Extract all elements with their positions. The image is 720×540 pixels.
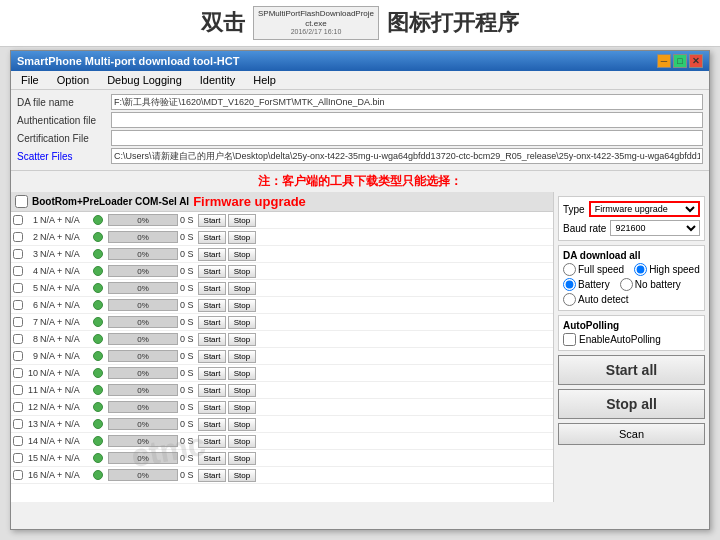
port-stop-button-6[interactable]: Stop bbox=[228, 299, 256, 312]
port-time-7: 0 S bbox=[180, 317, 198, 327]
port-stop-button-7[interactable]: Stop bbox=[228, 316, 256, 329]
battery-radio-item: Battery bbox=[563, 278, 610, 291]
port-time-6: 0 S bbox=[180, 300, 198, 310]
port-start-button-9[interactable]: Start bbox=[198, 350, 226, 363]
minimize-button[interactable]: ─ bbox=[657, 54, 671, 68]
port-stop-button-12[interactable]: Stop bbox=[228, 401, 256, 414]
port-start-button-3[interactable]: Start bbox=[198, 248, 226, 261]
port-checkbox-12[interactable] bbox=[13, 402, 23, 412]
menu-identity[interactable]: Identity bbox=[196, 73, 239, 87]
port-checkbox-6[interactable] bbox=[13, 300, 23, 310]
port-stop-button-4[interactable]: Stop bbox=[228, 265, 256, 278]
port-stop-button-16[interactable]: Stop bbox=[228, 469, 256, 482]
port-time-10: 0 S bbox=[180, 368, 198, 378]
cert-file-input[interactable] bbox=[111, 130, 703, 146]
port-led-9 bbox=[93, 351, 103, 361]
port-led-13 bbox=[93, 419, 103, 429]
menu-debug-logging[interactable]: Debug Logging bbox=[103, 73, 186, 87]
port-checkbox-3[interactable] bbox=[13, 249, 23, 259]
port-start-button-14[interactable]: Start bbox=[198, 435, 226, 448]
port-stop-button-14[interactable]: Stop bbox=[228, 435, 256, 448]
port-checkbox-10[interactable] bbox=[13, 368, 23, 378]
port-stop-button-13[interactable]: Stop bbox=[228, 418, 256, 431]
port-checkbox-1[interactable] bbox=[13, 215, 23, 225]
port-time-8: 0 S bbox=[180, 334, 198, 344]
close-button[interactable]: ✕ bbox=[689, 54, 703, 68]
port-checkbox-15[interactable] bbox=[13, 453, 23, 463]
port-start-button-8[interactable]: Start bbox=[198, 333, 226, 346]
port-stop-button-15[interactable]: Stop bbox=[228, 452, 256, 465]
port-stop-button-8[interactable]: Stop bbox=[228, 333, 256, 346]
baud-label: Baud rate bbox=[563, 223, 606, 234]
da-file-label: DA file name bbox=[17, 97, 107, 108]
port-stop-button-1[interactable]: Stop bbox=[228, 214, 256, 227]
scan-button[interactable]: Scan bbox=[558, 423, 705, 445]
auth-file-label: Authentication file bbox=[17, 115, 107, 126]
port-checkbox-4[interactable] bbox=[13, 266, 23, 276]
port-stop-button-3[interactable]: Stop bbox=[228, 248, 256, 261]
port-progress-14: 0% bbox=[108, 435, 178, 447]
port-start-button-13[interactable]: Start bbox=[198, 418, 226, 431]
start-all-button[interactable]: Start all bbox=[558, 355, 705, 385]
port-name-1: N/A + N/A bbox=[38, 215, 90, 225]
port-led-6 bbox=[93, 300, 103, 310]
port-start-button-4[interactable]: Start bbox=[198, 265, 226, 278]
enable-auto-polling-checkbox[interactable] bbox=[563, 333, 576, 346]
port-start-button-12[interactable]: Start bbox=[198, 401, 226, 414]
auto-detect-row: Auto detect bbox=[563, 293, 700, 306]
port-num-10: 10 bbox=[24, 368, 38, 378]
select-all-checkbox[interactable] bbox=[15, 195, 28, 208]
maximize-button[interactable]: □ bbox=[673, 54, 687, 68]
baud-select[interactable]: 921600 bbox=[610, 220, 700, 236]
port-checkbox-14[interactable] bbox=[13, 436, 23, 446]
port-progress-9: 0% bbox=[108, 350, 178, 362]
menu-help[interactable]: Help bbox=[249, 73, 280, 87]
port-row: 3 N/A + N/A 0% 0 S Start Stop bbox=[11, 246, 553, 263]
port-start-button-1[interactable]: Start bbox=[198, 214, 226, 227]
port-rows-container: 1 N/A + N/A 0% 0 S Start Stop 2 N/A + N/… bbox=[11, 212, 553, 484]
port-checkbox-8[interactable] bbox=[13, 334, 23, 344]
port-checkbox-7[interactable] bbox=[13, 317, 23, 327]
full-speed-radio[interactable] bbox=[563, 263, 576, 276]
type-select[interactable]: Firmware upgrade bbox=[589, 201, 700, 217]
port-time-2: 0 S bbox=[180, 232, 198, 242]
scatter-file-input[interactable] bbox=[111, 148, 703, 164]
app-icon-name: SPMultiPortFlashDownloadProje ct.exe bbox=[258, 9, 374, 28]
port-checkbox-13[interactable] bbox=[13, 419, 23, 429]
port-start-button-11[interactable]: Start bbox=[198, 384, 226, 397]
port-stop-button-9[interactable]: Stop bbox=[228, 350, 256, 363]
port-row: 13 N/A + N/A 0% 0 S Start Stop bbox=[11, 416, 553, 433]
port-start-button-7[interactable]: Start bbox=[198, 316, 226, 329]
auto-detect-label: Auto detect bbox=[578, 294, 629, 305]
port-start-button-5[interactable]: Start bbox=[198, 282, 226, 295]
high-speed-radio[interactable] bbox=[634, 263, 647, 276]
port-checkbox-16[interactable] bbox=[13, 470, 23, 480]
da-file-input[interactable] bbox=[111, 94, 703, 110]
da-file-row: DA file name bbox=[17, 94, 703, 110]
port-start-button-10[interactable]: Start bbox=[198, 367, 226, 380]
menu-file[interactable]: File bbox=[17, 73, 43, 87]
port-checkbox-2[interactable] bbox=[13, 232, 23, 242]
port-start-button-15[interactable]: Start bbox=[198, 452, 226, 465]
port-num-9: 9 bbox=[24, 351, 38, 361]
auth-file-input[interactable] bbox=[111, 112, 703, 128]
port-stop-button-2[interactable]: Stop bbox=[228, 231, 256, 244]
port-row: 7 N/A + N/A 0% 0 S Start Stop bbox=[11, 314, 553, 331]
port-start-button-2[interactable]: Start bbox=[198, 231, 226, 244]
auto-detect-radio[interactable] bbox=[563, 293, 576, 306]
enable-auto-polling-row: EnableAutoPolling bbox=[563, 333, 700, 346]
port-stop-button-5[interactable]: Stop bbox=[228, 282, 256, 295]
port-time-4: 0 S bbox=[180, 266, 198, 276]
stop-all-button[interactable]: Stop all bbox=[558, 389, 705, 419]
port-checkbox-9[interactable] bbox=[13, 351, 23, 361]
port-led-12 bbox=[93, 402, 103, 412]
port-stop-button-11[interactable]: Stop bbox=[228, 384, 256, 397]
port-checkbox-5[interactable] bbox=[13, 283, 23, 293]
no-battery-radio[interactable] bbox=[620, 278, 633, 291]
port-start-button-6[interactable]: Start bbox=[198, 299, 226, 312]
menu-option[interactable]: Option bbox=[53, 73, 93, 87]
port-checkbox-11[interactable] bbox=[13, 385, 23, 395]
port-start-button-16[interactable]: Start bbox=[198, 469, 226, 482]
battery-radio[interactable] bbox=[563, 278, 576, 291]
port-stop-button-10[interactable]: Stop bbox=[228, 367, 256, 380]
